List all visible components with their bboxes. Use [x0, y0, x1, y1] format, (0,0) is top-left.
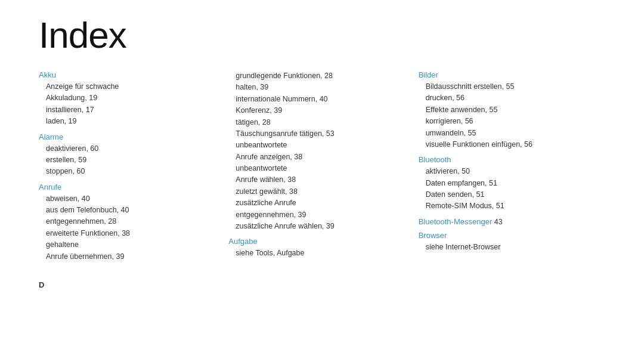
- entry: zusätzliche Anrufe: [228, 197, 406, 209]
- section-anrufe-continued: grundlegende Funktionen, 28 halten, 39 i…: [228, 70, 406, 232]
- entry: Anrufe übernehmen, 39: [39, 251, 216, 262]
- entry: zuletzt gewählt, 38: [228, 186, 406, 197]
- bluetooth-messenger-page: 43: [492, 218, 502, 226]
- section-title-bluetooth: Bluetooth: [419, 155, 596, 164]
- section-bilder: Bilder Bildausschnitt erstellen, 55 druc…: [419, 70, 596, 150]
- section-title-alarme: Alarme: [39, 132, 216, 141]
- entry: internationale Nummern, 40: [228, 94, 406, 105]
- entry: Daten empfangen, 51: [419, 178, 596, 189]
- entry: visuelle Funktionen einfügen, 56: [419, 139, 596, 150]
- divider-letter-d: D: [39, 280, 216, 289]
- entry: gehaltene: [39, 239, 216, 251]
- entry: Anzeige für schwache: [39, 81, 216, 92]
- page-title: Index: [39, 17, 608, 54]
- index-columns: Akku Anzeige für schwache Akkuladung, 19…: [39, 70, 608, 289]
- section-anrufe: Anrufe abweisen, 40 aus dem Telefonbuch,…: [39, 183, 216, 262]
- entry: abweisen, 40: [39, 193, 216, 205]
- section-title-akku: Akku: [39, 70, 216, 79]
- section-bluetooth: Bluetooth aktivieren, 50 Daten empfangen…: [419, 155, 596, 212]
- section-alarme: Alarme deaktivieren, 60 erstellen, 59 st…: [39, 132, 216, 178]
- entry: installieren, 17: [39, 104, 216, 116]
- entry: erweiterte Funktionen, 38: [39, 228, 216, 239]
- section-title-bilder: Bilder: [419, 70, 596, 79]
- entry: stoppen, 60: [39, 166, 216, 177]
- entry: erstellen, 59: [39, 155, 216, 166]
- section-title-anrufe: Anrufe: [39, 183, 216, 192]
- entry: tätigen, 28: [228, 117, 406, 128]
- section-bluetooth-messenger: Bluetooth-Messenger 43: [419, 217, 596, 226]
- entry: Konferenz, 39: [228, 105, 406, 116]
- entry: siehe Tools, Aufgabe: [228, 248, 406, 259]
- entry: aktivieren, 50: [419, 166, 596, 177]
- entry: entgegennehmen, 28: [39, 216, 216, 227]
- entry: halten, 39: [228, 82, 406, 93]
- section-aufgabe: Aufgabe siehe Tools, Aufgabe: [228, 237, 406, 259]
- entry: Täuschungsanrufe tätigen, 53: [228, 128, 406, 140]
- section-title-bluetooth-messenger: Bluetooth-Messenger: [419, 217, 493, 226]
- entry: Remote-SIM Modus, 51: [419, 200, 596, 212]
- page: Index Akku Anzeige für schwache Akkuladu…: [0, 0, 644, 306]
- section-title-browser: Browser: [419, 231, 596, 240]
- entry: aus dem Telefonbuch, 40: [39, 205, 216, 216]
- entry: zusätzliche Anrufe wählen, 39: [228, 221, 406, 232]
- column-1: Akku Anzeige für schwache Akkuladung, 19…: [39, 70, 228, 289]
- entry: laden, 19: [39, 116, 216, 127]
- entry: siehe Internet-Browser: [419, 242, 596, 253]
- entry: drucken, 56: [419, 92, 596, 104]
- entry: umwandeln, 55: [419, 128, 596, 139]
- section-browser: Browser siehe Internet-Browser: [419, 231, 596, 253]
- entry: grundlegende Funktionen, 28: [228, 70, 406, 82]
- entry: deaktivieren, 60: [39, 143, 216, 155]
- entry: unbeantwortete: [228, 163, 406, 174]
- entry: Anrufe anzeigen, 38: [228, 152, 406, 163]
- entry: Daten senden, 51: [419, 189, 596, 200]
- entry: Anrufe wählen, 38: [228, 174, 406, 186]
- entry: Akkuladung, 19: [39, 92, 216, 104]
- column-3: Bilder Bildausschnitt erstellen, 55 druc…: [419, 70, 608, 289]
- section-akku: Akku Anzeige für schwache Akkuladung, 19…: [39, 70, 216, 128]
- column-2: grundlegende Funktionen, 28 halten, 39 i…: [228, 70, 418, 289]
- entry: unbeantwortete: [228, 140, 406, 151]
- section-title-aufgabe: Aufgabe: [228, 237, 406, 246]
- entry: Effekte anwenden, 55: [419, 104, 596, 116]
- entry: Bildausschnitt erstellen, 55: [419, 81, 596, 92]
- entry: entgegennehmen, 39: [228, 209, 406, 221]
- entry: korrigieren, 56: [419, 116, 596, 127]
